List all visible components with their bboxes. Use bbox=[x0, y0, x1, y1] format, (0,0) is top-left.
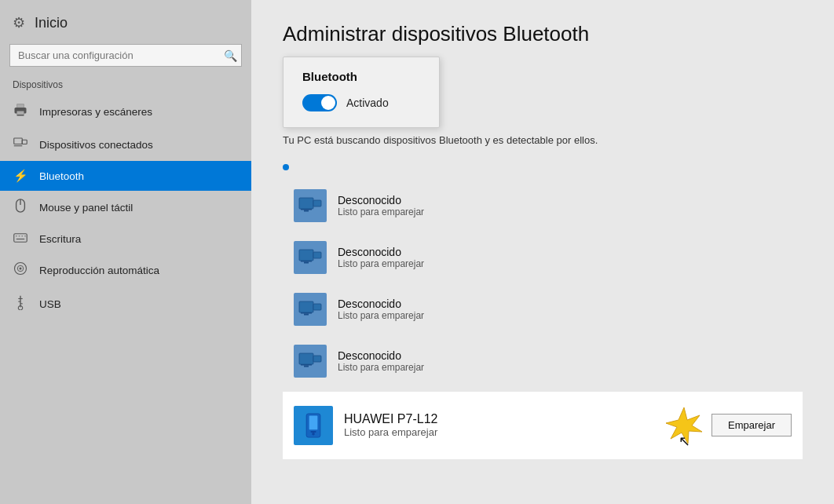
device-info-2: Desconocido Listo para emparejar bbox=[338, 298, 424, 321]
svg-rect-32 bbox=[299, 301, 313, 312]
svg-point-18 bbox=[20, 268, 22, 270]
svg-rect-37 bbox=[313, 356, 321, 362]
highlighted-device-name: HUAWEI P7-L12 bbox=[344, 412, 437, 426]
settings-icon: ⚙ bbox=[13, 14, 25, 31]
printer-icon bbox=[13, 103, 28, 120]
main-content: Administrar dispositivos Bluetooth Bluet… bbox=[251, 0, 834, 504]
svg-rect-34 bbox=[301, 312, 312, 314]
sidebar-item-typing[interactable]: Escritura bbox=[0, 224, 251, 254]
svg-rect-39 bbox=[304, 365, 309, 367]
device-list: Desconocido Listo para emparejar Descono… bbox=[283, 181, 803, 459]
click-burst: ↖ bbox=[664, 406, 704, 445]
svg-rect-42 bbox=[310, 431, 316, 433]
list-item[interactable]: Desconocido Listo para emparejar bbox=[283, 337, 803, 385]
device-icon-0 bbox=[294, 189, 327, 222]
device-info-0: Desconocido Listo para emparejar bbox=[338, 194, 424, 217]
typing-label: Escritura bbox=[39, 233, 81, 245]
device-name-1: Desconocido bbox=[338, 246, 424, 258]
device-status-0: Listo para emparejar bbox=[338, 206, 424, 217]
device-info-1: Desconocido Listo para emparejar bbox=[338, 246, 424, 269]
search-button[interactable]: 🔍 bbox=[224, 49, 237, 62]
svg-point-43 bbox=[312, 432, 315, 435]
pair-button[interactable]: Emparejar bbox=[711, 414, 792, 436]
svg-rect-4 bbox=[17, 111, 24, 115]
printers-label: Impresoras y escáneres bbox=[39, 106, 152, 118]
device-name-2: Desconocido bbox=[338, 298, 424, 310]
page-title: Administrar dispositivos Bluetooth bbox=[283, 22, 803, 46]
highlighted-device-icon bbox=[294, 406, 333, 445]
bluetooth-label: Bluetooth bbox=[39, 170, 84, 182]
bluetooth-card-title: Bluetooth bbox=[302, 70, 420, 83]
device-status-1: Listo para emparejar bbox=[338, 258, 424, 269]
device-icon-3 bbox=[294, 345, 327, 378]
svg-rect-28 bbox=[299, 250, 313, 261]
search-input[interactable] bbox=[9, 44, 242, 67]
svg-rect-33 bbox=[313, 304, 321, 310]
usb-icon bbox=[13, 294, 28, 313]
bluetooth-card: Bluetooth Activado bbox=[283, 57, 440, 128]
autoplay-label: Reproducción automática bbox=[39, 265, 159, 276]
svg-rect-41 bbox=[309, 415, 318, 429]
status-dot bbox=[283, 164, 289, 170]
sidebar-item-mouse[interactable]: Mouse y panel táctil bbox=[0, 191, 251, 224]
connected-label: Dispositivos conectados bbox=[39, 139, 153, 151]
svg-rect-35 bbox=[304, 313, 309, 315]
mouse-icon bbox=[13, 199, 28, 216]
autoplay-icon bbox=[13, 261, 28, 279]
highlighted-device-status: Listo para emparejar bbox=[344, 426, 437, 438]
sidebar-item-connected[interactable]: Dispositivos conectados bbox=[0, 128, 251, 161]
svg-rect-38 bbox=[301, 364, 312, 366]
sidebar-item-bluetooth[interactable]: ⚡ Bluetooth bbox=[0, 161, 251, 191]
svg-rect-29 bbox=[313, 252, 321, 258]
device-name-3: Desconocido bbox=[338, 349, 424, 362]
list-item[interactable]: Desconocido Listo para emparejar bbox=[283, 285, 803, 334]
mouse-label: Mouse y panel táctil bbox=[39, 202, 133, 214]
devices-section-label: Dispositivos bbox=[0, 76, 251, 95]
search-box[interactable]: 🔍 bbox=[9, 44, 242, 67]
device-status-2: Listo para emparejar bbox=[338, 310, 424, 321]
status-text: Tu PC está buscando dispositivos Bluetoo… bbox=[283, 133, 620, 148]
svg-rect-30 bbox=[301, 261, 312, 262]
cursor-pointer: ↖ bbox=[679, 434, 690, 448]
keyboard-icon bbox=[13, 232, 28, 246]
device-icon-2 bbox=[294, 293, 327, 326]
list-item[interactable]: Desconocido Listo para emparejar bbox=[283, 181, 803, 230]
svg-rect-10 bbox=[14, 234, 27, 243]
device-info-3: Desconocido Listo para emparejar bbox=[338, 349, 424, 373]
sidebar-item-printers[interactable]: Impresoras y escáneres bbox=[0, 95, 251, 128]
sidebar-item-autoplay[interactable]: Reproducción automática bbox=[0, 254, 251, 287]
bluetooth-toggle[interactable] bbox=[302, 94, 337, 111]
list-item[interactable]: Desconocido Listo para emparejar bbox=[283, 233, 803, 282]
sidebar: ⚙ Inicio 🔍 Dispositivos Impresoras y esc… bbox=[0, 0, 251, 504]
svg-rect-25 bbox=[313, 200, 321, 206]
svg-rect-27 bbox=[304, 210, 309, 211]
bluetooth-icon: ⚡ bbox=[13, 169, 28, 183]
toggle-label: Activado bbox=[346, 97, 389, 109]
sidebar-title: Inicio bbox=[35, 15, 68, 31]
sidebar-header: ⚙ Inicio bbox=[0, 8, 251, 44]
svg-rect-36 bbox=[299, 353, 313, 364]
svg-rect-3 bbox=[17, 104, 24, 108]
svg-rect-31 bbox=[304, 261, 309, 263]
device-name-0: Desconocido bbox=[338, 194, 424, 206]
device-status-3: Listo para emparejar bbox=[338, 362, 424, 373]
highlighted-device-info: HUAWEI P7-L12 Listo para emparejar bbox=[344, 412, 437, 438]
toggle-knob bbox=[321, 96, 335, 110]
usb-label: USB bbox=[39, 298, 61, 310]
toggle-row: Activado bbox=[302, 94, 420, 111]
svg-rect-26 bbox=[301, 209, 312, 210]
svg-rect-5 bbox=[14, 138, 23, 144]
sidebar-item-usb[interactable]: USB bbox=[0, 287, 251, 321]
highlighted-device[interactable]: HUAWEI P7-L12 Listo para emparejar ↖ Emp… bbox=[283, 392, 803, 459]
svg-rect-24 bbox=[299, 198, 313, 209]
connected-icon bbox=[13, 136, 28, 153]
device-icon-1 bbox=[294, 241, 327, 274]
svg-rect-6 bbox=[22, 140, 27, 144]
